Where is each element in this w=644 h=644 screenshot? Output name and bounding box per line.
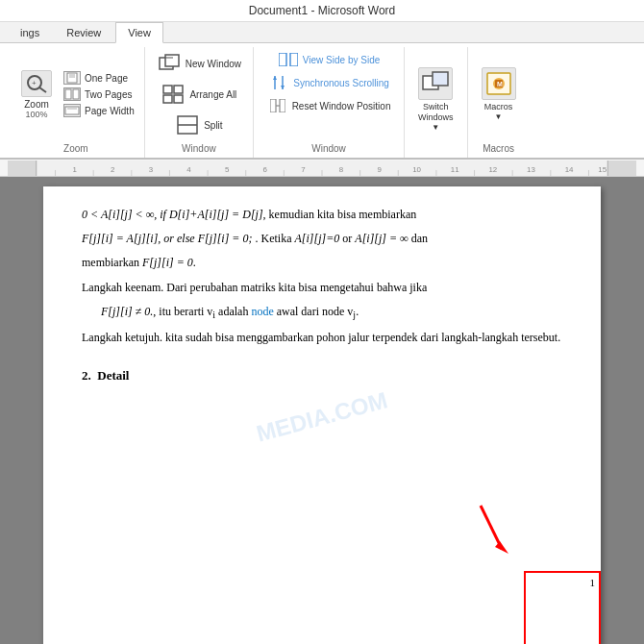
macros-label: Macros [484, 102, 513, 112]
section-heading: 2. Detail [82, 366, 562, 386]
svg-text:4: 4 [186, 164, 191, 173]
arrange-all-btn[interactable]: Arrange All [153, 80, 245, 109]
two-pages-btn[interactable]: Two Pages [62, 87, 136, 102]
tab-view[interactable]: View [115, 22, 163, 43]
view-side-by-side-label: View Side by Side [303, 55, 380, 65]
new-window-btn[interactable]: New Window [153, 49, 245, 78]
doc-paragraph-4: Langkah keenam. Dari perubahan matriks k… [82, 279, 562, 297]
macros-btn[interactable]: M Macros ▼ [476, 63, 522, 125]
document-area: MEDIA.COM 0 < A[i][j] < ∞, if D[i]+A[i][… [0, 177, 644, 644]
page-width-label: Page Width [85, 106, 135, 116]
doc-paragraph-1: 0 < A[i][j] < ∞, if D[i]+A[i][j] = D[j],… [82, 206, 562, 224]
tab-ings[interactable]: ings [8, 22, 52, 42]
ribbon-group-macros: M Macros ▼ Macros [468, 47, 530, 158]
macros-dropdown-icon: ▼ [495, 112, 503, 121]
svg-text:7: 7 [301, 164, 305, 173]
svg-rect-15 [163, 95, 172, 103]
svg-text:15: 15 [598, 164, 607, 173]
svg-text:14: 14 [565, 164, 574, 173]
page-number: 1 [590, 577, 596, 588]
view-side-by-side-btn[interactable]: View Side by Side [261, 49, 396, 70]
page-width-icon [63, 104, 81, 117]
zoom-options: One Page Two Pages [62, 70, 136, 118]
svg-rect-20 [290, 53, 298, 66]
macros-group-items: M Macros ▼ [476, 49, 522, 139]
svg-text:11: 11 [451, 164, 459, 173]
period-dot: . Ketika [255, 232, 294, 245]
svg-line-67 [481, 506, 502, 549]
tab-review[interactable]: Review [54, 22, 113, 42]
svg-text:13: 13 [527, 164, 535, 173]
split-icon [175, 113, 200, 136]
doc-paragraph-6: Langkah ketujuh. kita sudah bisa menggam… [82, 329, 562, 347]
synchronous-scrolling-label: Synchronous Scrolling [293, 78, 389, 88]
svg-rect-11 [165, 55, 179, 66]
one-page-label: One Page [85, 73, 128, 84]
ribbon-content: + Zoom 100% [0, 43, 644, 158]
sidebyside-group-label: Window [311, 143, 346, 154]
ribbon-group-zoom: + Zoom 100% [8, 47, 145, 158]
page-width-btn[interactable]: Page Width [62, 103, 136, 118]
split-label: Split [204, 120, 222, 131]
reset-window-position-btn[interactable]: Reset Window Position [261, 95, 396, 116]
doc-paragraph-2: F[j][i] = A[j][i], or else F[j][i] = 0; … [82, 230, 562, 248]
title-bar: Document1 - Microsoft Word [0, 0, 644, 22]
math-expr-5: F[j][i] = 0 [142, 256, 193, 269]
macros-group-label: Macros [483, 143, 514, 154]
view-side-by-side-icon [278, 52, 299, 67]
zoom-icon: + [21, 70, 52, 97]
svg-text:2: 2 [111, 164, 114, 173]
svg-rect-7 [73, 89, 79, 99]
math-expr-1: 0 < A[i][j] < ∞, if D[i]+A[i][j] = D[j], [82, 208, 266, 221]
reset-window-label: Reset Window Position [292, 101, 391, 111]
svg-marker-68 [495, 541, 508, 554]
ribbon-group-window: New Window Arrange All [145, 47, 254, 158]
new-window-label: New Window [186, 59, 241, 69]
macros-icon: M [482, 67, 516, 100]
svg-text:M: M [497, 81, 503, 87]
doc-paragraph-3: membiarkan F[j][i] = 0. [82, 254, 562, 272]
svg-rect-27 [433, 72, 448, 86]
switch-windows-label: SwitchWindows [418, 102, 454, 123]
split-btn[interactable]: Split [153, 111, 245, 139]
reset-window-icon [267, 98, 288, 113]
watermark: MEDIA.COM [254, 386, 390, 447]
svg-rect-13 [163, 86, 172, 93]
one-page-btn[interactable]: One Page [62, 70, 136, 86]
doc-paragraph-5: F[j][i] ≠ 0., itu berarti vi adalah node… [101, 303, 562, 323]
zoom-percent-label: 100% [25, 110, 47, 119]
ribbon-group-sidebyside: View Side by Side Synchronous Scrolling [254, 47, 405, 158]
zoom-button[interactable]: + Zoom 100% [15, 66, 58, 123]
red-arrow-indicator [471, 501, 509, 561]
two-pages-icon [63, 87, 81, 101]
svg-rect-16 [174, 95, 183, 103]
svg-line-1 [39, 87, 46, 92]
sync-scroll-icon [268, 75, 289, 90]
synchronous-scrolling-btn[interactable]: Synchronous Scrolling [261, 72, 396, 93]
svg-rect-6 [65, 89, 71, 99]
svg-rect-14 [174, 86, 183, 93]
arrange-all-icon [161, 83, 186, 106]
page-number-box: 1 [524, 571, 601, 644]
document-page: MEDIA.COM 0 < A[i][j] < ∞, if D[i]+A[i][… [43, 186, 601, 644]
math-expr-3: A[i][j]=0 [294, 232, 339, 245]
svg-text:+: + [32, 79, 37, 87]
svg-text:8: 8 [339, 164, 344, 173]
highlight-node: node [251, 305, 273, 318]
svg-rect-23 [270, 99, 276, 112]
arrange-all-label: Arrange All [189, 89, 236, 100]
switch-windows-btn[interactable]: SwitchWindows ▼ [412, 63, 459, 136]
svg-text:12: 12 [488, 164, 497, 173]
svg-text:1: 1 [72, 164, 77, 173]
svg-text:3: 3 [149, 164, 154, 173]
svg-rect-33 [8, 161, 37, 176]
zoom-label: Zoom [24, 99, 49, 110]
document-content: 0 < A[i][j] < ∞, if D[i]+A[i][j] = D[j],… [82, 206, 562, 386]
title-text: Document1 - Microsoft Word [249, 4, 396, 17]
zoom-group-items: + Zoom 100% [15, 49, 136, 139]
tab-bar: ings Review View [0, 22, 644, 43]
svg-text:9: 9 [377, 164, 382, 173]
new-window-icon [157, 52, 182, 75]
switch-windows-icon [418, 67, 453, 100]
window-group-items: New Window Arrange All [153, 49, 245, 139]
